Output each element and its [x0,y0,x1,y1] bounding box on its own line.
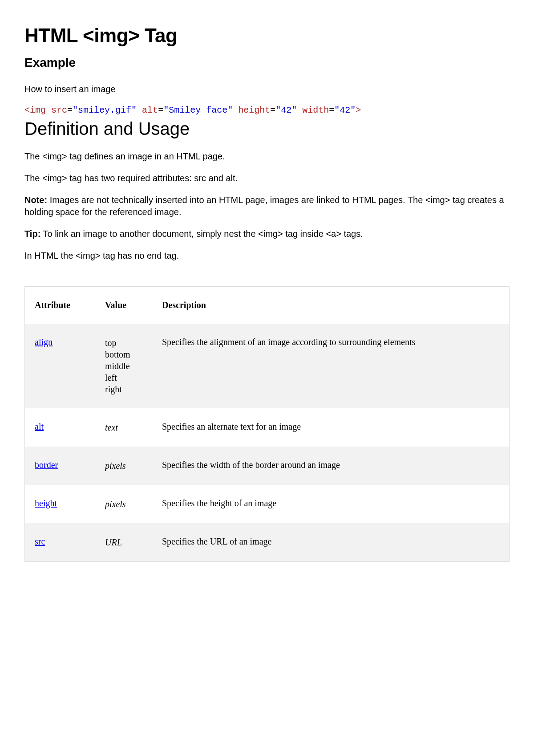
code-attr-name: width [302,105,329,115]
code-attr-name: src [51,105,67,115]
value-text: pixels [105,461,126,471]
value-text: text [105,423,118,432]
table-row: aligntopbottommiddleleftrightSpecifies t… [25,324,510,408]
code-attr-value: "42" [334,105,356,115]
code-attr-value: "Smiley face" [163,105,233,115]
cell-value: URL [95,523,152,562]
attribute-link[interactable]: src [35,537,45,546]
example-heading: Example [24,56,510,70]
attribute-link[interactable]: border [35,460,58,470]
cell-description: Specifies an alternate text for an image [152,408,510,447]
definition-p5: In HTML the <img> tag has no end tag. [24,250,510,262]
definition-heading: Definition and Usage [24,119,510,139]
definition-tip: Tip: To link an image to another documen… [24,228,510,240]
cell-value: pixels [95,485,152,523]
definition-p1: The <img> tag defines an image in an HTM… [24,150,510,163]
value-text: URL [105,537,122,547]
code-attr-value: "smiley.gif" [73,105,137,115]
code-attr-name: height [238,105,270,115]
cell-attribute: height [25,485,96,523]
table-row: alttextSpecifies an alternate text for a… [25,408,510,447]
cell-description: Specifies the width of the border around… [152,447,510,485]
code-tag-open: <img [24,105,46,115]
page-title: HTML <img> Tag [24,24,510,47]
attribute-link[interactable]: height [35,498,57,508]
tip-text: To link an image to another document, si… [40,229,363,239]
cell-attribute: alt [25,408,96,447]
code-attr-name: alt [142,105,158,115]
tip-label: Tip: [24,229,40,239]
th-attribute: Attribute [25,287,96,324]
code-eq: = [329,105,334,115]
cell-value: pixels [95,447,152,485]
cell-value: text [95,408,152,447]
value-text: topbottommiddleleftright [105,338,130,394]
table-row: heightpixelsSpecifies the height of an i… [25,485,510,523]
definition-p2: The <img> tag has two required attribute… [24,172,510,184]
value-text: pixels [105,499,126,509]
attribute-table: Attribute Value Description aligntopbott… [24,286,510,562]
cell-attribute: src [25,523,96,562]
cell-description: Specifies the alignment of an image acco… [152,324,510,408]
note-text: Images are not technically inserted into… [24,195,504,217]
cell-attribute: align [25,324,96,408]
note-label: Note: [24,195,47,205]
attribute-link[interactable]: align [35,337,53,347]
cell-description: Specifies the URL of an image [152,523,510,562]
code-eq: = [158,105,163,115]
code-example: <img src="smiley.gif" alt="Smiley face" … [24,105,510,115]
code-eq: = [270,105,275,115]
table-row: borderpixelsSpecifies the width of the b… [25,447,510,485]
code-tag-close: > [356,105,361,115]
th-value: Value [95,287,152,324]
example-intro: How to insert an image [24,83,510,95]
th-description: Description [152,287,510,324]
table-row: srcURLSpecifies the URL of an image [25,523,510,562]
code-attr-value: "42" [275,105,297,115]
cell-attribute: border [25,447,96,485]
cell-value: topbottommiddleleftright [95,324,152,408]
code-eq: = [67,105,73,115]
definition-note: Note: Images are not technically inserte… [24,194,510,218]
table-header-row: Attribute Value Description [25,287,510,324]
cell-description: Specifies the height of an image [152,485,510,523]
attribute-link[interactable]: alt [35,422,44,431]
